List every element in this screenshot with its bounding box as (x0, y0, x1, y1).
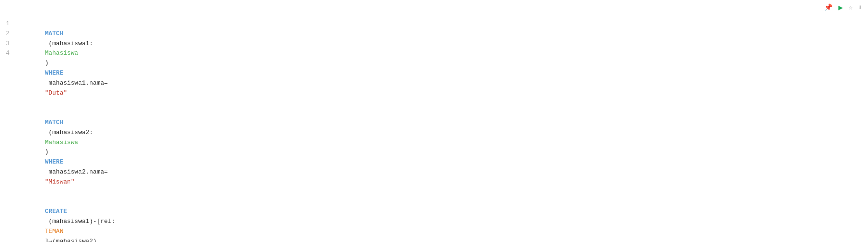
code-line-1: MATCH (mahasiswa1: Mahasiswa ) WHERE mah… (15, 19, 868, 108)
run-button[interactable]: ▶ (838, 3, 843, 12)
code-line-2: MATCH (mahasiswa2: Mahasiswa ) WHERE mah… (15, 108, 868, 197)
editor-area: 📌 ▶ ☆ ⬇ 1 2 3 4 MATCH (mahasiswa1: Mahas… (0, 0, 868, 242)
editor-toolbar: 📌 ▶ ☆ ⬇ (0, 0, 868, 15)
code-line-3: CREATE (mahasiswa1)-[rel: TEMAN ]→(mahas… (15, 197, 868, 242)
line-numbers: 1 2 3 4 (0, 19, 15, 242)
star-button[interactable]: ☆ (849, 3, 852, 11)
download-button[interactable]: ⬇ (859, 3, 862, 11)
pin-icon[interactable]: 📌 (824, 3, 832, 11)
code-editor[interactable]: MATCH (mahasiswa1: Mahasiswa ) WHERE mah… (15, 19, 868, 242)
editor-content: 1 2 3 4 MATCH (mahasiswa1: Mahasiswa ) W… (0, 15, 868, 242)
